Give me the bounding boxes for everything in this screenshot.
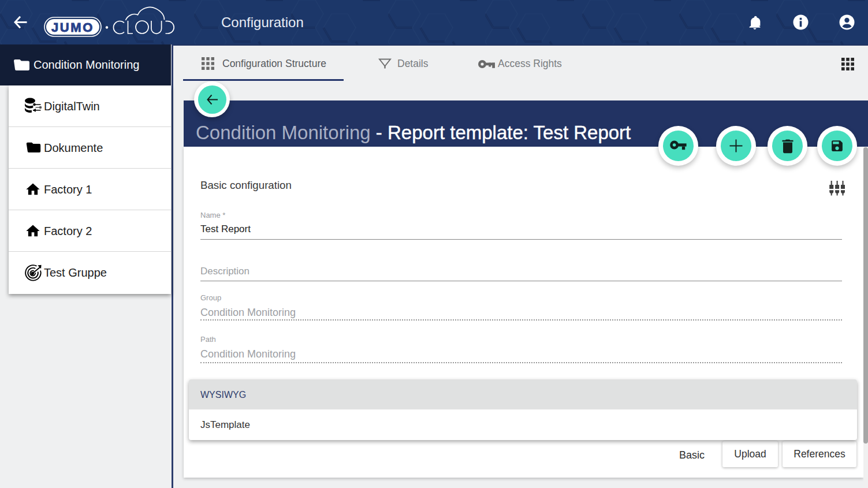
svg-text:JUMO: JUMO: [51, 20, 94, 35]
